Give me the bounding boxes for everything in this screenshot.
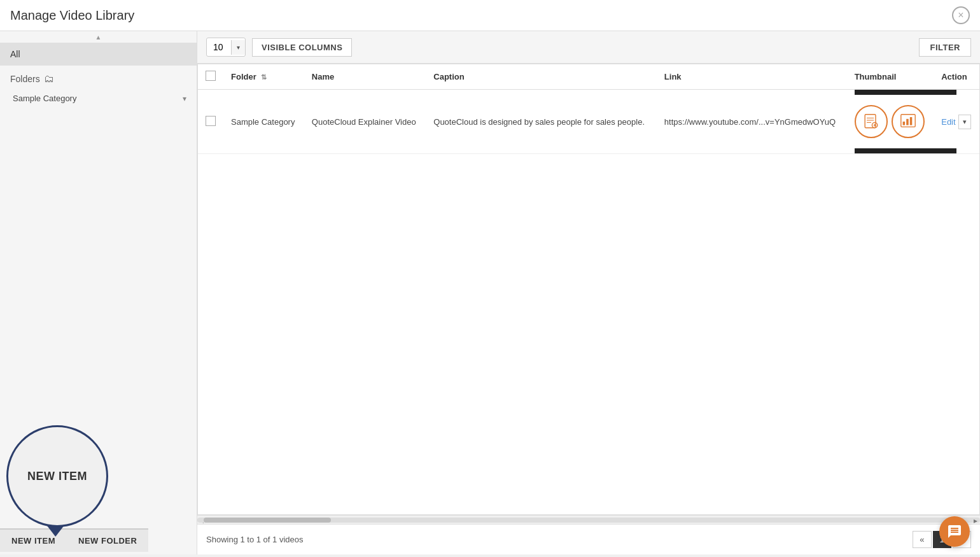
new-folder-button[interactable]: NEW FOLDER (67, 528, 148, 552)
thumbnail-icon-1[interactable] (855, 105, 888, 138)
scrollbar-thumb[interactable] (204, 518, 331, 523)
thumb-bar-bottom (855, 148, 956, 153)
svg-rect-9 (906, 119, 909, 125)
showing-text: Showing 1 to 1 of 1 videos (206, 535, 304, 544)
per-page-select[interactable]: 10 25 50 100 ▾ (206, 38, 246, 57)
action-buttons-row: NEW ITEM NEW FOLDER (0, 528, 148, 557)
td-name: QuoteCloud Explainer Video (304, 90, 426, 154)
sidebar-scroll-up[interactable]: ▲ (0, 31, 197, 43)
bubble-label: NEW ITEM (27, 470, 87, 483)
modal-title: Manage Video Library (10, 8, 134, 23)
edit-link[interactable]: Edit (941, 117, 955, 127)
chat-icon (947, 524, 962, 539)
svg-rect-10 (909, 117, 912, 125)
table-container: Folder ⇅ Name Caption Link Thumbnail Act… (197, 64, 980, 515)
td-checkbox (198, 90, 223, 154)
table-row: Sample Category QuoteCloud Explainer Vid… (198, 90, 979, 154)
td-link: https://www.youtube.com/...v=YnGmedwOYuQ (657, 90, 847, 154)
select-all-checkbox[interactable] (206, 71, 216, 81)
th-link: Link (657, 64, 847, 90)
video-table: Folder ⇅ Name Caption Link Thumbnail Act… (198, 64, 979, 154)
per-page-dropdown[interactable]: 10 25 50 100 (207, 38, 231, 56)
th-checkbox (198, 64, 223, 90)
th-action: Action (934, 64, 979, 90)
bottom-actions: NEW ITEM NEW ITEM NEW FOLDER (0, 425, 197, 557)
chevron-down-icon: ▾ (183, 94, 186, 103)
modal-header: Manage Video Library × (0, 0, 980, 31)
scroll-right-icon[interactable]: ▸ (971, 516, 980, 524)
thumb-bar-top (855, 90, 956, 95)
pagination-bar: Showing 1 to 1 of 1 videos « 1 » (197, 524, 980, 554)
th-caption: Caption (426, 64, 657, 90)
sidebar-all-item[interactable]: All (0, 43, 197, 66)
td-thumbnail (847, 90, 934, 154)
toolbar: 10 25 50 100 ▾ VISIBLE COLUMNS FILTER (197, 31, 980, 64)
th-name: Name (304, 64, 426, 90)
sidebar-folder-item[interactable]: Sample Category ▾ (0, 88, 197, 108)
sort-icon[interactable]: ⇅ (261, 73, 267, 81)
visible-columns-button[interactable]: VISIBLE COLUMNS (252, 38, 352, 57)
folder-name: Sample Category (13, 94, 76, 103)
action-dropdown[interactable]: ▾ (958, 115, 971, 129)
filter-button[interactable]: FILTER (919, 38, 971, 57)
chat-widget[interactable] (939, 516, 970, 547)
thumbnail-icon-2[interactable] (892, 105, 925, 138)
scrollbar-area[interactable]: ◂ ▸ (197, 515, 980, 524)
folder-icon: 🗂 (44, 73, 54, 85)
th-folder: Folder ⇅ (223, 64, 304, 90)
sidebar-folders-label: Folders 🗂 (0, 66, 197, 88)
folders-text: Folders (10, 74, 40, 84)
dropdown-arrow-icon: ▾ (231, 40, 245, 55)
td-caption: QuoteCloud is designed by sales people f… (426, 90, 657, 154)
td-action: Edit ▾ (934, 90, 979, 154)
modal: Manage Video Library × ▲ All Folders 🗂 S… (0, 0, 980, 557)
bubble-tail (46, 525, 64, 537)
close-button[interactable]: × (952, 6, 970, 24)
bubble-circle[interactable]: NEW ITEM (6, 425, 108, 527)
scrollbar-track (197, 518, 980, 523)
svg-rect-8 (902, 122, 905, 125)
first-page-button[interactable]: « (913, 531, 931, 548)
new-item-bubble: NEW ITEM (6, 425, 108, 527)
row-checkbox[interactable] (206, 116, 216, 126)
th-thumbnail: Thumbnail (847, 64, 934, 90)
td-folder: Sample Category (223, 90, 304, 154)
svg-rect-0 (865, 115, 876, 128)
main-content: 10 25 50 100 ▾ VISIBLE COLUMNS FILTER (197, 31, 980, 554)
